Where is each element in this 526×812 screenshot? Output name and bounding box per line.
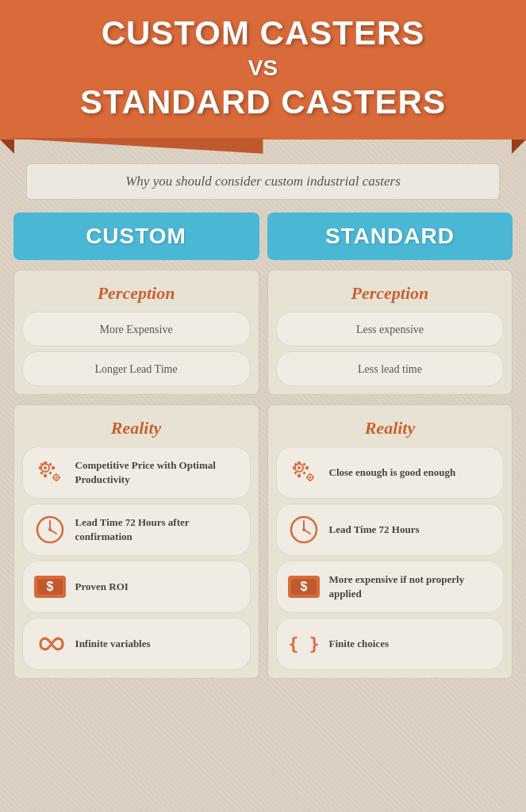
svg-text:{ }: { } [288, 634, 320, 653]
custom-perception-box: Perception More Expensive Longer Lead Ti… [13, 270, 259, 395]
standard-header: Standard [267, 213, 513, 260]
header-banner: CUSTOM CASTERS VS STANDARD CASTERS [0, 0, 526, 140]
custom-reality-title: Reality [22, 413, 251, 442]
ribbon-fold-left [0, 140, 14, 154]
gears-icon-std [286, 455, 321, 490]
svg-rect-14 [52, 477, 54, 478]
svg-rect-38 [313, 477, 314, 478]
svg-text:$: $ [46, 580, 53, 593]
custom-header: Custom [13, 213, 259, 260]
svg-rect-28 [305, 466, 309, 469]
svg-rect-3 [44, 474, 47, 477]
custom-perception-title: Perception [22, 278, 251, 307]
dollar-icon-std: $ [286, 569, 321, 604]
perception-row: Perception More Expensive Longer Lead Ti… [13, 270, 513, 395]
custom-reality-text-1: Lead Time 72 Hours after confirmation [75, 515, 240, 544]
standard-col-header: Standard [267, 213, 513, 260]
infinity-icon [33, 626, 67, 661]
svg-rect-26 [298, 474, 301, 477]
svg-line-42 [304, 530, 310, 534]
column-headers: Custom Standard [13, 213, 513, 260]
custom-label: Custom [86, 224, 186, 248]
custom-perception-text-0: More Expensive [99, 324, 172, 335]
custom-reality-col: Reality [13, 404, 259, 679]
svg-point-34 [309, 476, 311, 478]
standard-perception-box: Perception Less expensive Less lead time [267, 270, 513, 395]
standard-reality-text-1: Lead Time 72 Hours [329, 523, 420, 537]
custom-reality-item-3: Infinite variables [22, 618, 251, 670]
title-line1: CUSTOM CASTERS [16, 14, 510, 52]
svg-rect-36 [309, 480, 311, 481]
svg-rect-4 [39, 466, 42, 469]
finite-icon: { } [286, 626, 321, 661]
svg-rect-12 [56, 473, 57, 475]
ribbon-fold-right [512, 140, 526, 154]
svg-point-24 [298, 466, 301, 469]
standard-reality-item-3: { } Finite choices [276, 618, 505, 670]
custom-reality-item-0: Competitive Price with Optimal Productiv… [22, 446, 251, 499]
clock-icon [33, 512, 67, 547]
dollar-icon: $ [33, 569, 67, 604]
custom-col-header: Custom [13, 213, 259, 260]
svg-rect-2 [44, 462, 47, 465]
custom-perception-item-1: Longer Lead Time [22, 351, 251, 386]
standard-reality-text-3: Finite choices [329, 637, 389, 651]
standard-label: Standard [325, 224, 455, 248]
title-vs: VS [16, 52, 510, 83]
svg-point-11 [55, 476, 57, 478]
standard-perception-text-1: Less lead time [358, 363, 422, 375]
svg-rect-15 [59, 477, 60, 478]
reality-row: Reality [13, 404, 513, 679]
clock-icon-std [286, 512, 321, 547]
standard-reality-item-0: Close enough is good enough [276, 446, 505, 499]
title-line3: STANDARD CASTERS [16, 83, 510, 121]
custom-perception-text-1: Longer Lead Time [94, 363, 177, 375]
svg-rect-37 [306, 477, 308, 478]
standard-perception-item-1: Less lead time [276, 351, 505, 386]
subtitle-text: Why you should consider custom industria… [125, 174, 401, 189]
custom-perception-item-0: More Expensive [22, 312, 251, 347]
svg-rect-13 [56, 480, 57, 481]
standard-reality-item-2: $ More expensive if not properly applied [276, 561, 505, 613]
custom-reality-text-0: Competitive Price with Optimal Productiv… [75, 458, 240, 487]
standard-reality-text-2: More expensive if not properly applied [329, 573, 494, 601]
custom-reality-box: Reality [13, 404, 259, 679]
custom-reality-text-3: Infinite variables [75, 637, 151, 651]
standard-reality-box: Reality [267, 404, 513, 679]
svg-text:$: $ [300, 580, 307, 593]
svg-line-19 [50, 530, 56, 534]
standard-perception-title: Perception [276, 278, 505, 307]
gears-icon [33, 455, 67, 490]
standard-reality-text-0: Close enough is good enough [329, 465, 456, 480]
standard-reality-item-1: Lead Time 72 Hours [276, 504, 505, 556]
svg-rect-35 [309, 473, 311, 475]
svg-rect-25 [298, 462, 301, 465]
svg-rect-32 [302, 471, 305, 474]
standard-perception-col: Perception Less expensive Less lead time [267, 270, 513, 395]
svg-point-1 [44, 466, 47, 469]
custom-perception-col: Perception More Expensive Longer Lead Ti… [13, 270, 259, 395]
custom-reality-item-2: $ Proven ROI [22, 561, 251, 613]
standard-perception-text-0: Less expensive [356, 324, 424, 335]
standard-reality-col: Reality [267, 404, 513, 679]
subtitle-bar: Why you should consider custom industria… [26, 163, 500, 200]
standard-perception-item-0: Less expensive [276, 312, 505, 347]
svg-rect-9 [48, 471, 52, 474]
svg-rect-5 [52, 466, 55, 469]
standard-reality-title: Reality [276, 413, 505, 442]
custom-reality-item-1: Lead Time 72 Hours after confirmation [22, 504, 251, 556]
custom-reality-text-2: Proven ROI [75, 580, 129, 594]
svg-rect-27 [293, 466, 296, 469]
